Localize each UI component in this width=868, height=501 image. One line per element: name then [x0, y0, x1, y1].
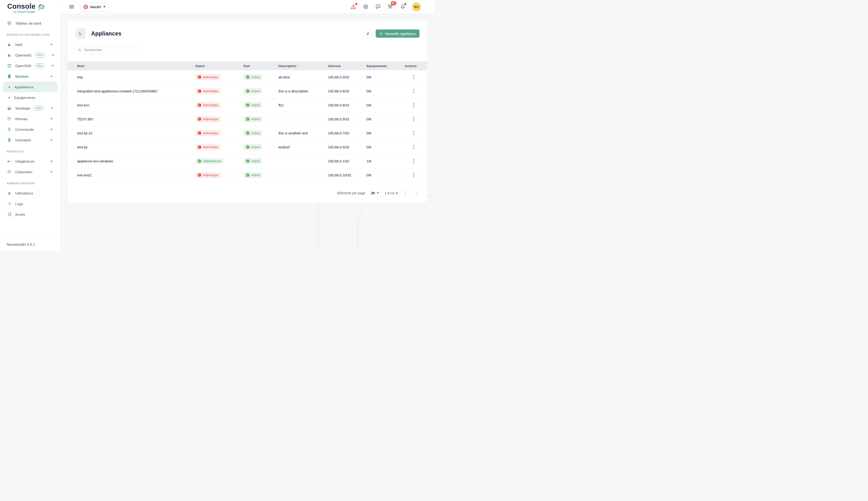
table-header-row: NomStatutEtatDescriptionAdresseEquipemen… — [67, 62, 427, 70]
row-actions-button[interactable] — [411, 88, 417, 94]
cloud-icon — [7, 53, 12, 58]
pagination-bar: Eléments par page 25 1-8 sur 8 — [67, 182, 427, 204]
nav-section-administration: ADMINISTRATION — [0, 177, 61, 188]
etat-badge: Activé — [243, 88, 262, 94]
cell-description: this is anothter test — [278, 131, 328, 135]
cell-equipements: 1/6 — [366, 159, 404, 163]
check-circle-icon — [246, 145, 250, 149]
chevron-down-icon — [50, 138, 53, 142]
kebab-menu-icon — [413, 75, 414, 79]
cell-description: this is a description — [278, 89, 328, 93]
column-header-actions: Actions — [404, 64, 427, 68]
sidebar-item-tableau-de-bord[interactable]: Tableau de bord — [0, 18, 61, 29]
cell-equipements: 0/6 — [366, 103, 404, 107]
header-actions: Nouvelle appliance — [363, 29, 419, 38]
status-badge: Interrompu — [195, 88, 221, 94]
sidebar: Console by Cloud Temple Tableau de bordP… — [0, 0, 61, 250]
next-page-button[interactable] — [413, 189, 421, 197]
search-input[interactable] — [84, 48, 136, 52]
cell-nom: test-kji-23 — [67, 131, 195, 135]
sidebar-item-acces[interactable]: Accès — [0, 209, 61, 220]
red-dot-badge — [355, 3, 357, 5]
cell-nom: appliance-kcn-windows — [67, 159, 195, 163]
sidebar-item-inventaire[interactable]: Inventaire — [0, 135, 61, 145]
row-actions-button[interactable] — [411, 172, 417, 178]
chevron-down-icon — [50, 117, 53, 120]
card-header: Appliances Nouvelle appliance — [67, 21, 427, 39]
chevron-down-icon — [50, 170, 53, 173]
etat-badge: Activé — [243, 144, 262, 150]
whats-new-link[interactable]: Nouveautés 4.0.1 — [0, 238, 61, 250]
kebab-menu-icon — [413, 89, 414, 93]
cell-adresse: 100.66.0.10/32 — [328, 173, 366, 177]
row-actions-button[interactable] — [411, 144, 417, 150]
bullet-icon — [9, 86, 10, 88]
badge-beta: Bêta — [35, 53, 45, 57]
sidebar-item-infogerance[interactable]: Infogérance — [0, 156, 61, 167]
tenant-selector[interactable]: Nordri — [80, 2, 109, 11]
cell-nom: eve-test2 — [67, 173, 195, 177]
check-circle-icon — [246, 75, 250, 79]
notifications-button[interactable] — [400, 4, 406, 10]
support-button[interactable] — [363, 4, 369, 10]
sidebar-item-commande[interactable]: Commande — [0, 124, 61, 135]
bastion-icon — [7, 74, 12, 79]
row-actions-button[interactable] — [411, 130, 417, 136]
status-badge: Interrompu — [195, 144, 221, 150]
badge-new: New — [34, 106, 44, 110]
history-icon — [7, 201, 12, 206]
row-actions-button[interactable] — [411, 74, 417, 80]
users-icon — [7, 191, 12, 196]
sidebar-item-bastion[interactable]: Bastion — [0, 71, 61, 82]
sidebar-item-iaas[interactable]: IaaS — [0, 39, 61, 50]
etat-badge: Activé — [243, 130, 262, 136]
cell-nom: TEST-JBY — [67, 117, 195, 121]
topbar: Nordri 9+ — [61, 0, 434, 14]
etat-badge: Activé — [243, 172, 262, 178]
status-badge: Opérationnel — [195, 158, 223, 164]
sidebar-item-openiaas[interactable]: OpenIaaSBêta — [0, 50, 61, 60]
bullet-icon — [9, 97, 10, 98]
sidebar-item-colocation[interactable]: Colocation — [0, 167, 61, 177]
search-box — [74, 46, 139, 54]
exclamation-circle-icon — [198, 145, 201, 149]
sidebar-item-utilisateurs[interactable]: Utilisateurs — [0, 188, 61, 199]
table-row: appliance-kcn-windowsOpérationnelActivé1… — [67, 154, 427, 168]
nav-section-produits: PRODUITS — [0, 145, 61, 156]
etat-badge: Activé — [243, 116, 262, 122]
sidebar-item-logs[interactable]: Logs — [0, 199, 61, 209]
etat-badge: Activé — [243, 74, 262, 80]
feedback-button[interactable] — [375, 4, 381, 10]
tools-button[interactable]: 9+ — [387, 4, 393, 10]
page-size-select[interactable]: 25 — [369, 189, 381, 197]
user-avatar[interactable]: KC — [412, 2, 421, 11]
cell-adresse: 100.66.0.1/32 — [328, 159, 366, 163]
sidebar-item-reseau[interactable]: Réseau — [0, 114, 61, 124]
sidebar-item-equipements[interactable]: Equipements — [3, 92, 58, 103]
sidebar-item-appliances[interactable]: Appliances — [3, 82, 58, 92]
column-header-nom: Nom — [67, 64, 195, 68]
status-badge: Interrompu — [195, 102, 221, 108]
check-circle-icon — [246, 173, 250, 177]
row-actions-button[interactable] — [411, 102, 417, 108]
table-row: integration-test-appliances-created-1721… — [67, 84, 427, 98]
row-actions-button[interactable] — [411, 116, 417, 122]
incidents-warning-button[interactable] — [351, 4, 356, 10]
cell-equipements: 0/6 — [366, 89, 404, 93]
cloud-icon — [7, 42, 12, 47]
items-per-page-label: Eléments par page — [337, 191, 365, 195]
refresh-button[interactable] — [363, 29, 372, 38]
etat-badge: Activé — [243, 102, 262, 108]
hamburger-menu-button[interactable] — [68, 4, 75, 10]
new-appliance-button[interactable]: Nouvelle appliance — [376, 30, 419, 38]
prev-page-button[interactable] — [402, 189, 409, 197]
sidebar-item-openshift[interactable]: OpenShiftBêta — [0, 60, 61, 71]
sidebar-item-stockage[interactable]: StockageNew — [0, 103, 61, 114]
kebab-menu-icon — [413, 103, 414, 107]
chevron-down-icon — [51, 53, 55, 57]
row-actions-button[interactable] — [411, 158, 417, 164]
exclamation-circle-icon — [198, 173, 201, 177]
nav-section-produits-secnumcloud: PRODUITS SECNUMCLOUD — [0, 29, 61, 39]
tools-count-badge: 9+ — [391, 1, 396, 5]
cell-equipements: 0/6 — [366, 173, 404, 177]
